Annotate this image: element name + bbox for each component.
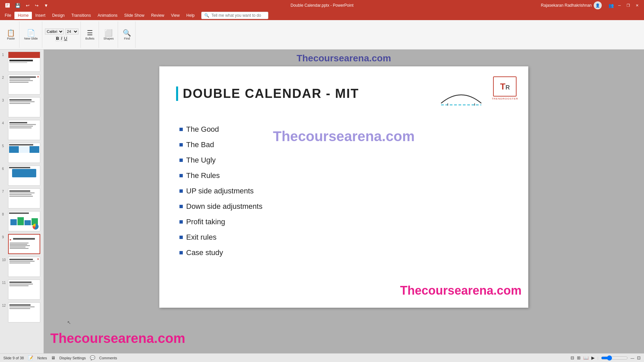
normal-view-icon[interactable]: ⊟	[571, 355, 574, 360]
tab-home[interactable]: Home	[14, 12, 32, 19]
user-display: Rajasekaran Radhakrishnan 👤	[541, 1, 602, 9]
status-bar: Slide 9 of 38 📝 Notes 🖥 Display Settings…	[0, 353, 644, 362]
slide-thumb-10[interactable]: 10 ✕	[1, 256, 42, 278]
thumb-image-7	[8, 188, 40, 208]
search-bar[interactable]: 🔍	[201, 12, 268, 19]
tab-insert[interactable]: Insert	[32, 12, 49, 19]
tab-animations[interactable]: Animations	[94, 12, 121, 19]
title-bar: 🅿 💾 ↩ ↪ ▼ Double Calendar.pptx - PowerPo…	[0, 0, 644, 11]
search-icon: 🔍	[204, 13, 209, 18]
thumb-image-5	[8, 143, 40, 163]
tab-transitions[interactable]: Transitions	[68, 12, 94, 19]
title-bar-right: Rajasekaran Radhakrishnan 👤 👥 ─ ❐ ✕	[541, 1, 640, 9]
bullet-square-7	[179, 220, 183, 224]
bullet-square-8	[179, 236, 183, 239]
new-slide-button[interactable]: 📄 New Slide	[22, 29, 40, 41]
tab-file[interactable]: File	[1, 12, 14, 19]
user-avatar: 👤	[594, 1, 602, 9]
bold-button[interactable]: B	[56, 36, 59, 41]
logo-box: TR	[493, 76, 517, 97]
font-family-select[interactable]: Calibri	[45, 28, 64, 35]
status-bar-left: Slide 9 of 38 📝 Notes 🖥 Display Settings…	[3, 355, 117, 360]
bullet-item-7: Profit taking	[179, 218, 262, 226]
slide-thumb-2[interactable]: 2 ✕	[1, 74, 42, 95]
slide-title: DOUBLE CALENDAR - MIT	[183, 86, 359, 101]
save-icon[interactable]: 💾	[14, 2, 22, 9]
customize-icon[interactable]: ▼	[43, 2, 50, 9]
bullet-text-9: Case study	[186, 248, 223, 257]
bullet-item-8: Exit rules	[179, 233, 262, 242]
find-button[interactable]: 🔍 Find	[121, 29, 133, 41]
bullet-square-9	[179, 251, 183, 254]
slide-thumb-6[interactable]: 6	[1, 165, 42, 186]
font-group: Calibri 24 B I U	[43, 21, 81, 48]
restore-button[interactable]: ❐	[625, 2, 631, 8]
slide-thumb-3[interactable]: 3	[1, 97, 42, 118]
undo-icon[interactable]: ↩	[24, 2, 31, 9]
slide-thumb-7[interactable]: 7	[1, 188, 42, 209]
font-size-select[interactable]: 24	[65, 28, 78, 35]
title-accent-line	[176, 86, 178, 101]
reading-view-icon[interactable]: 📖	[583, 355, 589, 360]
cursor-position: ↖	[67, 320, 71, 325]
slide-sorter-icon[interactable]: ⊞	[577, 355, 581, 360]
close-button[interactable]: ✕	[634, 2, 640, 8]
bullets-icon: ☰	[87, 29, 93, 36]
new-slide-icon: 📄	[27, 29, 35, 36]
bullet-item-9: Case study	[179, 248, 262, 257]
watermark-bottom-left: Thecoursearena.com	[50, 331, 185, 346]
title-bar-left: 🅿 💾 ↩ ↪ ▼	[4, 2, 50, 9]
notes-label[interactable]: Notes	[37, 356, 47, 360]
bullet-list: The Good The Bad The Ugly The Rules UP s…	[179, 125, 262, 257]
minimize-button[interactable]: ─	[616, 2, 623, 8]
tab-review[interactable]: Review	[148, 12, 167, 19]
display-settings-label[interactable]: Display Settings	[59, 356, 86, 360]
presentation-icon[interactable]: ▶	[591, 355, 595, 360]
tab-help[interactable]: Help	[183, 12, 198, 19]
comments-label[interactable]: Comments	[99, 356, 117, 360]
logo-name: TRENDROOSTER	[492, 97, 518, 100]
slide-thumb-9[interactable]: 9	[1, 233, 42, 255]
paragraph-group: ☰ Bullets	[82, 21, 99, 48]
slide-thumb-8[interactable]: 8	[1, 210, 42, 232]
italic-button[interactable]: I	[61, 36, 62, 41]
tab-design[interactable]: Design	[49, 12, 68, 19]
slide-thumb-12[interactable]: 12	[1, 302, 42, 323]
thumb-image-9	[8, 234, 40, 254]
clipboard-group: 📋 Paste	[3, 21, 19, 48]
ppt-icon: 🅿	[4, 2, 11, 9]
zoom-separator: |	[597, 356, 598, 360]
share-icon[interactable]: 👥	[608, 3, 614, 8]
bullet-item-1: The Good	[179, 125, 262, 134]
slide-thumb-4[interactable]: 4	[1, 119, 42, 141]
bullet-square-5	[179, 189, 183, 193]
redo-icon[interactable]: ↪	[34, 2, 40, 9]
search-input[interactable]	[211, 13, 265, 18]
display-settings-icon[interactable]: 🖥	[51, 355, 55, 360]
zoom-slider[interactable]	[601, 355, 628, 361]
bullet-item-3: The Ugly	[179, 156, 262, 165]
tab-view[interactable]: View	[168, 12, 183, 19]
main-slide[interactable]: DOUBLE CALENDAR - MIT TR	[159, 66, 528, 308]
ribbon-tabs: File Home Insert Design Transitions Anim…	[0, 11, 644, 20]
paste-icon: 📋	[7, 29, 15, 36]
comments-icon[interactable]: 💬	[90, 355, 95, 360]
bullets-button[interactable]: ☰ Bullets	[84, 29, 97, 41]
hat-shape	[438, 85, 485, 113]
slide-thumb-5[interactable]: 5	[1, 142, 42, 164]
bullet-text-4: The Rules	[186, 171, 220, 180]
notes-icon[interactable]: 📝	[28, 355, 33, 360]
drawing-group: ⬜ Shapes	[100, 21, 118, 48]
slide-watermark-center: Thecoursearena.com	[273, 128, 415, 144]
underline-button[interactable]: U	[64, 36, 67, 41]
logo-letters: TR	[500, 82, 510, 91]
ribbon-commands: 📋 Paste 📄 New Slide Calibri 24 B I	[0, 20, 644, 50]
slide-workspace: Thecoursearena.com DOUBLE CALENDAR - MIT	[44, 50, 644, 353]
slide-thumb-1[interactable]: 1	[1, 51, 42, 72]
fit-slide-icon[interactable]: ⊡	[637, 355, 641, 360]
slide-title-area: DOUBLE CALENDAR - MIT	[176, 86, 359, 101]
shapes-button[interactable]: ⬜ Shapes	[102, 29, 116, 41]
paste-button[interactable]: 📋 Paste	[5, 29, 17, 41]
tab-slideshow[interactable]: Slide Show	[121, 12, 148, 19]
slide-thumb-11[interactable]: 11	[1, 279, 42, 300]
